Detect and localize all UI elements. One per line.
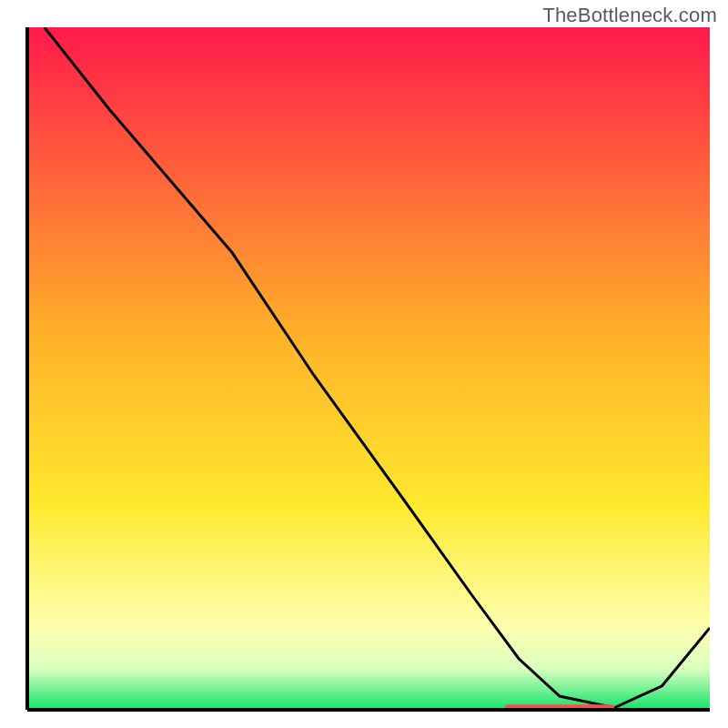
bottleneck-chart xyxy=(0,0,728,728)
chart-stage: TheBottleneck.com xyxy=(0,0,728,728)
watermark-text: TheBottleneck.com xyxy=(542,4,717,27)
gradient-background xyxy=(27,27,710,710)
